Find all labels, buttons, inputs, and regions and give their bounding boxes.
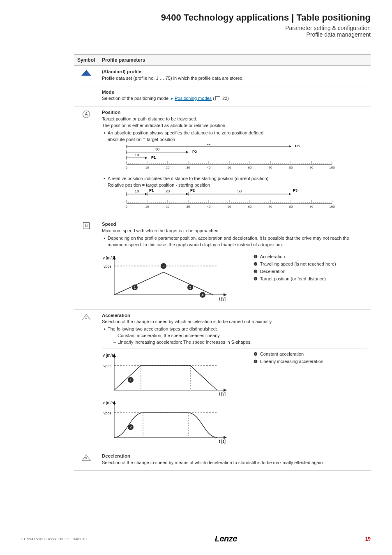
svg-text:30: 30	[155, 147, 159, 151]
position-line2: The position is either indicated as abso…	[102, 123, 367, 129]
row-speed: B Speed Maximum speed with which the tar…	[74, 218, 371, 309]
speed-triangle-chart: v [m/s] t [s] vpos 1 2 3	[102, 254, 233, 303]
symbol-a-icon: A	[83, 111, 90, 118]
svg-text:P3: P3	[295, 144, 300, 148]
svg-text:30: 30	[187, 166, 190, 169]
svg-text:v [m/s]: v [m/s]	[103, 353, 115, 358]
svg-text:P2: P2	[190, 189, 195, 192]
svg-text:t [s]: t [s]	[219, 297, 226, 301]
header-sub1: Parameter setting & configuration	[74, 25, 371, 31]
svg-text:P1: P1	[149, 189, 154, 192]
svg-text:100: 100	[329, 166, 335, 169]
accel-title: Acceleration	[102, 312, 367, 319]
profile-triangle-icon	[81, 70, 91, 76]
row-acceleration: C Acceleration Selection of the change i…	[74, 309, 371, 450]
mode-desc: Selection of the positioning mode. ▸ Pos…	[102, 95, 367, 102]
row-position: A Position Target position or path dista…	[74, 106, 371, 218]
svg-text:50: 50	[228, 205, 231, 208]
svg-marker-267	[224, 388, 227, 392]
svg-text:10: 10	[135, 189, 139, 193]
svg-text:20: 20	[166, 189, 170, 193]
svg-text:0: 0	[126, 166, 128, 169]
profile-desc: Profile data set (profile no. 1 … 75) in…	[102, 75, 367, 82]
svg-text:40: 40	[207, 205, 211, 208]
svg-text:80: 80	[207, 144, 211, 146]
svg-text:20: 20	[166, 205, 170, 208]
svg-text:1: 1	[134, 285, 136, 289]
document-id: EDS94TA10050xxxx EN 1.2 · 03/2010	[21, 537, 87, 541]
svg-text:3: 3	[189, 285, 191, 289]
absolute-position-ruler: 0102030405060708090100 10 P1 30 P2	[118, 144, 348, 173]
svg-text:80: 80	[289, 166, 293, 169]
symbol-b-icon: B	[83, 222, 90, 229]
svg-text:t [s]: t [s]	[219, 392, 226, 396]
profile-title: (Standard) profile	[102, 68, 367, 75]
svg-text:60: 60	[248, 205, 252, 208]
row-mode: Mode Selection of the positioning mode. …	[74, 86, 371, 106]
svg-text:100: 100	[329, 205, 335, 208]
mode-title: Mode	[102, 89, 367, 96]
svg-text:20: 20	[166, 166, 170, 169]
position-line1: Target position or path distance to be t…	[102, 116, 367, 123]
svg-text:P2: P2	[192, 150, 197, 154]
svg-text:vpos: vpos	[104, 411, 112, 415]
accel-legend: ❶Constant acceleration ❷Linearly increas…	[254, 351, 367, 446]
svg-text:10: 10	[145, 205, 149, 208]
profile-parameters-table: Symbol Profile parameters (Standard) pro…	[74, 54, 371, 471]
svg-text:40: 40	[207, 166, 211, 169]
svg-marker-253	[224, 293, 227, 296]
svg-text:vpos: vpos	[104, 264, 112, 268]
relative-position-ruler: 0102030405060708090100 10 P1 20 P2	[118, 189, 348, 212]
position-title: Position	[102, 109, 367, 116]
row-standard-profile: (Standard) profile Profile data set (pro…	[74, 66, 371, 86]
page-footer: EDS94TA10050xxxx EN 1.2 · 03/2010 Lenze …	[21, 534, 371, 543]
svg-text:v [m/s]: v [m/s]	[103, 256, 115, 260]
decel-title: Deceleration	[102, 453, 367, 460]
svg-text:t [s]: t [s]	[219, 439, 226, 444]
svg-text:60: 60	[248, 166, 252, 169]
page-header: 9400 Technology applications | Table pos…	[74, 12, 371, 38]
brand-logo: Lenze	[215, 534, 237, 543]
col-symbol: Symbol	[74, 55, 99, 66]
svg-text:2: 2	[129, 425, 131, 429]
svg-text:v [m/s]: v [m/s]	[103, 400, 115, 405]
scurve-accel-chart: v [m/s] t [s] vpos 2	[102, 398, 233, 444]
svg-text:2: 2	[162, 264, 164, 268]
symbol-c-icon: C	[82, 314, 91, 320]
svg-text:0: 0	[126, 205, 128, 208]
svg-text:90: 90	[310, 166, 314, 169]
col-params: Profile parameters	[99, 55, 371, 66]
symbol-d-icon: D	[82, 454, 91, 461]
svg-marker-279	[224, 436, 227, 439]
svg-text:90: 90	[310, 205, 314, 208]
svg-text:50: 50	[238, 189, 242, 193]
svg-text:vpos: vpos	[104, 364, 112, 368]
svg-text:4: 4	[201, 293, 203, 297]
svg-text:1: 1	[129, 378, 131, 382]
svg-text:P1: P1	[151, 155, 156, 160]
svg-text:10: 10	[135, 153, 139, 157]
book-icon	[215, 96, 220, 100]
speed-title: Speed	[102, 221, 367, 228]
svg-text:80: 80	[289, 205, 293, 208]
svg-text:70: 70	[269, 205, 272, 208]
page-number: 19	[365, 536, 371, 542]
row-deceleration: D Deceleration Selection of the change i…	[74, 450, 371, 471]
svg-text:P3: P3	[293, 189, 297, 192]
svg-text:10: 10	[145, 166, 149, 169]
svg-text:70: 70	[269, 166, 272, 169]
constant-accel-chart: v [m/s] t [s] vpos 1	[102, 351, 233, 396]
svg-text:30: 30	[187, 205, 190, 208]
page-title: 9400 Technology applications | Table pos…	[74, 12, 371, 23]
svg-text:50: 50	[228, 166, 231, 169]
speed-legend: ❶Acceleration ❷Travelling speed (is not …	[254, 254, 367, 305]
header-sub2: Profile data management	[74, 31, 371, 38]
positioning-modes-link[interactable]: Positioning modes	[175, 96, 212, 101]
